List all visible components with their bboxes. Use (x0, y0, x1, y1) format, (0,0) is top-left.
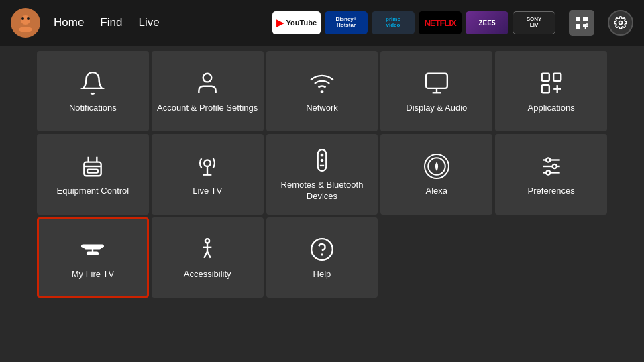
fire-tv-icon (80, 237, 105, 262)
nav-live[interactable]: Live (138, 16, 159, 29)
alexa-icon (424, 154, 449, 179)
tv-remote-icon (80, 154, 105, 179)
svg-rect-5 (583, 17, 588, 21)
tile-preferences[interactable]: Preferences (495, 134, 607, 215)
remote-icon (309, 147, 335, 173)
antenna-icon (195, 154, 220, 179)
app-logo[interactable] (11, 8, 40, 38)
nav-apps: ▶ YouTube Disney+Hotstar primevideo NETF… (272, 11, 555, 34)
tile-account-label: Account & Profile Settings (157, 103, 258, 114)
tile-remotes-bluetooth[interactable]: Remotes & Bluetooth Devices (266, 134, 378, 215)
svg-rect-4 (576, 17, 580, 21)
svg-rect-19 (541, 85, 549, 93)
svg-rect-44 (87, 252, 98, 254)
tile-accessibility[interactable]: Accessibility (152, 217, 264, 298)
nav-find[interactable]: Find (100, 16, 122, 29)
bell-icon (80, 70, 105, 96)
svg-point-12 (203, 73, 212, 82)
tile-display-audio-label: Display & Audio (406, 103, 467, 114)
tile-preferences-label: Preferences (528, 186, 575, 197)
settings-grid: Notifications Account & Profile Settings… (37, 51, 607, 298)
svg-rect-18 (553, 73, 561, 80)
svg-rect-42 (85, 247, 100, 248)
tile-equipment-control-label: Equipment Control (57, 186, 129, 197)
app-sony[interactable]: SONYLIV (513, 11, 555, 34)
svg-rect-17 (541, 73, 549, 80)
svg-rect-26 (87, 169, 98, 172)
tile-network-label: Network (306, 103, 338, 114)
tile-help[interactable]: Help (266, 217, 378, 298)
svg-rect-14 (426, 73, 447, 88)
tile-network[interactable]: Network (266, 51, 378, 131)
app-zee5[interactable]: ZEE5 (466, 11, 508, 34)
top-nav: Home Find Live ▶ YouTube Disney+Hotstar … (0, 0, 644, 46)
app-prime[interactable]: primevideo (372, 11, 415, 34)
svg-point-50 (311, 239, 333, 260)
accessibility-icon (195, 237, 220, 262)
tile-notifications[interactable]: Notifications (37, 51, 149, 131)
tile-alexa[interactable]: Alexa (380, 134, 492, 215)
display-icon (424, 70, 449, 96)
tile-live-tv-label: Live TV (193, 186, 222, 197)
settings-main: Notifications Account & Profile Settings… (0, 46, 644, 362)
tile-applications[interactable]: Applications (495, 51, 607, 131)
tile-my-fire-tv[interactable]: My Fire TV (37, 217, 149, 298)
sliders-icon (539, 154, 564, 179)
svg-point-40 (546, 170, 550, 174)
tile-account[interactable]: Account & Profile Settings (152, 51, 264, 131)
app-youtube[interactable]: ▶ YouTube (272, 11, 321, 34)
svg-point-45 (205, 239, 209, 243)
svg-point-38 (546, 158, 550, 162)
svg-point-11 (619, 21, 623, 25)
svg-point-0 (21, 15, 30, 25)
tile-notifications-label: Notifications (69, 103, 117, 114)
person-icon (195, 70, 220, 96)
tile-equipment-control[interactable]: Equipment Control (37, 134, 149, 215)
tile-applications-label: Applications (528, 103, 575, 114)
apps-icon (539, 70, 564, 96)
app-netflix[interactable]: NETFLIX (419, 11, 462, 34)
svg-point-3 (27, 17, 30, 20)
svg-rect-7 (583, 24, 585, 26)
tile-display-audio[interactable]: Display & Audio (380, 51, 492, 131)
svg-line-48 (204, 251, 207, 258)
tile-help-label: Help (313, 269, 331, 280)
grid-view-button[interactable] (569, 10, 594, 36)
wifi-icon (309, 70, 335, 96)
svg-point-1 (19, 27, 32, 32)
tile-accessibility-label: Accessibility (184, 269, 231, 280)
settings-button[interactable] (608, 10, 633, 36)
svg-point-2 (21, 17, 24, 20)
tile-live-tv[interactable]: Live TV (152, 134, 264, 215)
nav-links: Home Find Live (54, 16, 160, 29)
svg-line-49 (207, 251, 211, 258)
tile-alexa-label: Alexa (426, 186, 448, 197)
svg-point-39 (552, 164, 556, 168)
svg-rect-8 (586, 24, 588, 25)
svg-rect-6 (576, 24, 580, 29)
nav-home[interactable]: Home (54, 16, 84, 29)
tile-my-fire-tv-label: My Fire TV (72, 269, 114, 280)
tile-remotes-bluetooth-label: Remotes & Bluetooth Devices (272, 180, 373, 202)
help-icon (309, 237, 335, 262)
app-disney[interactable]: Disney+Hotstar (325, 11, 368, 34)
svg-point-27 (204, 160, 211, 166)
